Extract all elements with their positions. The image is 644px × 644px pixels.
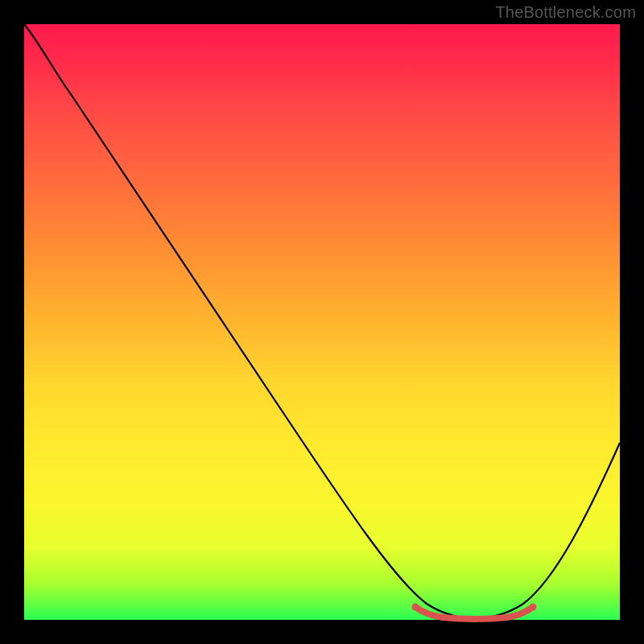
watermark-text: TheBottleneck.com <box>495 3 636 22</box>
curve-svg <box>24 24 620 620</box>
marker-dot <box>473 617 478 622</box>
marker-dot <box>530 604 537 611</box>
plot-area <box>24 24 620 620</box>
chart-frame: TheBottleneck.com <box>0 0 644 644</box>
bottleneck-curve <box>24 24 620 618</box>
marker-dot <box>412 604 419 611</box>
